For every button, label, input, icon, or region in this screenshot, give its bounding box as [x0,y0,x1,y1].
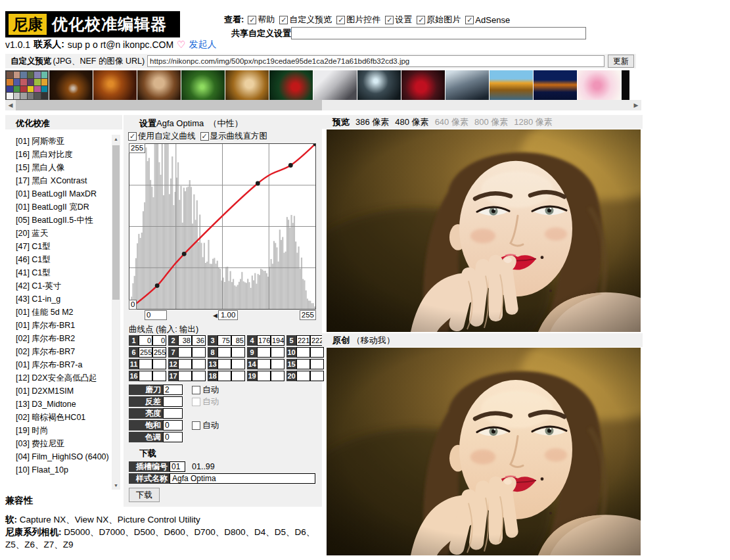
share-settings-input[interactable] [291,27,586,39]
preset-item[interactable]: [43] C1-in_g [16,292,110,306]
auto-checkbox-磨刀[interactable]: 自动 [192,385,219,396]
checkbox-icon[interactable] [192,386,200,394]
preset-item[interactable]: [02] 暗棕褐色HC01 [16,411,110,424]
gamma-slider-handle-icon[interactable]: ◀ [213,312,217,319]
preset-item[interactable]: [47] C1型 [16,240,110,253]
curve-point-input-cell[interactable] [257,347,271,358]
curve-point-output-cell[interactable] [231,359,245,369]
view-checkbox-原始图片[interactable]: ✓原始图片 [417,14,461,26]
thumbnail-color-checker-chart[interactable] [5,70,49,101]
preset-item[interactable]: [01] 阿斯蒂亚 [16,135,110,148]
x-axis-max-input[interactable]: 255 [300,310,316,320]
thumbnail-black-hat-portrait[interactable] [445,70,489,101]
preset-list-scrollbar[interactable]: ▲ ▼ [112,135,120,490]
curve-point-output-cell[interactable]: 36 [192,335,206,346]
tone-curve-chart[interactable]: 255 0 [129,143,316,310]
thumbnail-brunette-closeup-portrait[interactable] [137,70,181,101]
preset-item[interactable]: [15] 黑白人像 [16,161,110,174]
scroll-up-icon[interactable]: ▲ [112,135,120,143]
curve-point-input-cell[interactable] [178,359,192,369]
curve-control-point[interactable] [182,252,187,256]
curve-point-output-cell[interactable] [152,371,166,381]
curve-control-point[interactable] [256,181,260,186]
curve-point-output-cell[interactable] [310,347,324,358]
curve-point-input-cell[interactable]: 75 [217,335,231,346]
curve-point-input-cell[interactable] [217,371,231,381]
curve-point-input-cell[interactable] [217,359,231,369]
scrollbar-thumb[interactable] [16,100,322,110]
curve-point-output-cell[interactable]: 0 [152,335,166,346]
curve-point-input-cell[interactable] [139,359,152,369]
thumbnail-autumn-portrait[interactable] [93,70,137,101]
gamma-value[interactable]: 1.00 [218,310,238,320]
preset-item[interactable]: [01] BeatLogII MaxDR [16,187,110,200]
curve-histogram-svg[interactable] [129,144,315,309]
use-custom-curve-checkbox[interactable]: ✓使用自定义曲线 [128,131,196,142]
curve-point-output-cell[interactable]: 85 [231,335,245,346]
thumbnail-night-canal-cityscape[interactable] [534,70,577,101]
curve-control-point[interactable] [155,283,160,288]
preset-item[interactable]: [01] 库尔布-BR1 [16,319,110,332]
curve-point-output-cell[interactable] [310,359,324,369]
view-checkbox-自定义预览[interactable]: ✓自定义预览 [279,14,332,26]
curve-point-output-cell[interactable] [310,371,324,381]
thumbnail-partial-thumbnail[interactable] [622,70,629,101]
preview-size-640像素[interactable]: 640 像素 [435,116,468,128]
image-url-input[interactable] [147,55,605,67]
curve-point-output-cell[interactable]: 194 [271,335,285,346]
checkbox-icon[interactable]: ✓ [417,16,425,24]
thumbnail-scrollbar[interactable]: ◀ ▶ [5,100,641,110]
preset-item[interactable]: [16] 黑白对比度 [16,148,110,161]
slider-value-input[interactable] [163,408,183,419]
preset-item[interactable]: [02] 库尔布-BR7 [16,345,110,358]
curve-point-output-cell[interactable] [271,371,285,381]
curve-point-input-cell[interactable] [139,371,152,381]
thumbnail-golden-red-lips-portrait[interactable] [225,70,269,101]
thumbnail-tunnel-portrait[interactable] [357,70,401,101]
curve-point-input-cell[interactable] [178,347,192,358]
founder-link[interactable]: 发起人 [189,39,217,51]
curve-point-input-cell[interactable]: 0 [139,335,152,346]
curve-point-input-cell[interactable] [257,371,271,381]
show-curve-histogram-checkbox[interactable]: ✓显示曲线直方图 [200,131,268,142]
slider-value-input[interactable] [163,396,183,407]
preset-item[interactable]: [02] 库尔布-BR2 [16,332,110,345]
auto-checkbox-饱和[interactable]: 自动 [192,420,219,431]
curve-point-output-cell[interactable] [231,371,245,381]
preset-item[interactable]: [01] 佳能 5d M2 [16,306,110,319]
thumbnail-pink-orchid-flowers[interactable] [578,70,621,101]
view-checkbox-设置[interactable]: ✓设置 [385,14,412,26]
preset-item[interactable]: [01] 库尔布-BR7-a [16,358,110,371]
view-checkbox-图片控件[interactable]: ✓图片控件 [336,14,380,26]
curve-point-input-cell[interactable]: 176 [257,335,271,346]
curve-point-output-cell[interactable] [231,347,245,358]
curve-point-input-cell[interactable] [296,347,310,358]
preset-item[interactable]: [05] BeatLogII.5-中性 [16,214,110,227]
preview-size-386像素[interactable]: 386 像素 [355,116,389,128]
checkbox-icon[interactable]: ✓ [128,132,137,141]
curve-point-input-cell[interactable] [296,371,310,381]
thumbnail-green-dress-forest[interactable] [181,70,225,101]
checkbox-icon[interactable]: ✓ [385,16,394,24]
update-button[interactable]: 更新 [608,55,634,68]
preset-item[interactable]: [03] 费拉尼亚 [16,437,110,450]
preset-item[interactable]: [12] D2X安全高低凸起 [16,371,110,385]
curve-point-output-cell[interactable] [271,347,285,358]
slider-value-input[interactable]: 2 [163,385,183,395]
checkbox-icon[interactable]: ✓ [248,16,256,24]
style-name-input[interactable]: Agfa Optima [170,473,315,484]
thumbnail-red-dress-fern-portrait[interactable] [269,70,313,101]
curve-point-output-cell[interactable] [271,359,285,369]
view-checkbox-AdSense[interactable]: ✓AdSense [465,15,510,25]
curve-point-output-cell[interactable] [192,371,206,381]
original-image[interactable] [327,348,641,555]
preset-item[interactable]: [42] C1-英寸 [16,279,110,292]
preview-size-480像素[interactable]: 480 像素 [395,116,428,128]
checkbox-icon[interactable]: ✓ [200,132,209,141]
preset-item[interactable]: [41] C1型 [16,266,110,279]
scroll-down-icon[interactable]: ▼ [112,481,120,490]
preset-item[interactable]: [46] C1型 [16,253,110,266]
curve-control-point[interactable] [288,163,293,168]
curve-point-input-cell[interactable]: 255 [139,347,152,358]
auto-checkbox-反差[interactable]: 自动 [192,396,219,408]
